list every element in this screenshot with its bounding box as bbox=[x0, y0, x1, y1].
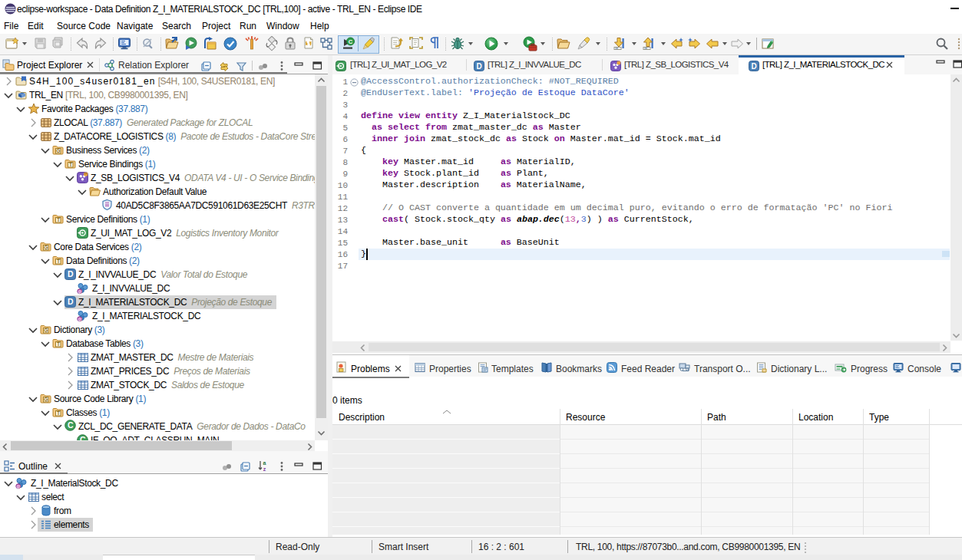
svg-text:C: C bbox=[349, 38, 353, 45]
svg-text:D: D bbox=[751, 62, 756, 71]
svg-text:D: D bbox=[476, 62, 481, 71]
